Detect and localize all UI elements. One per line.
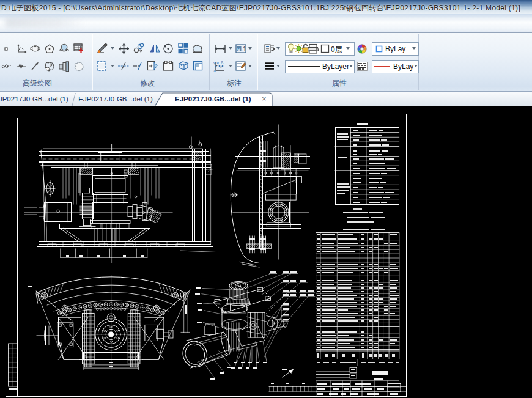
svg-text:.1: .1 — [242, 46, 247, 53]
svg-text:Y: Y — [213, 62, 216, 66]
svg-text:o: o — [217, 61, 220, 64]
svg-text:e: e — [237, 46, 240, 52]
svg-text:X: X — [221, 61, 224, 64]
